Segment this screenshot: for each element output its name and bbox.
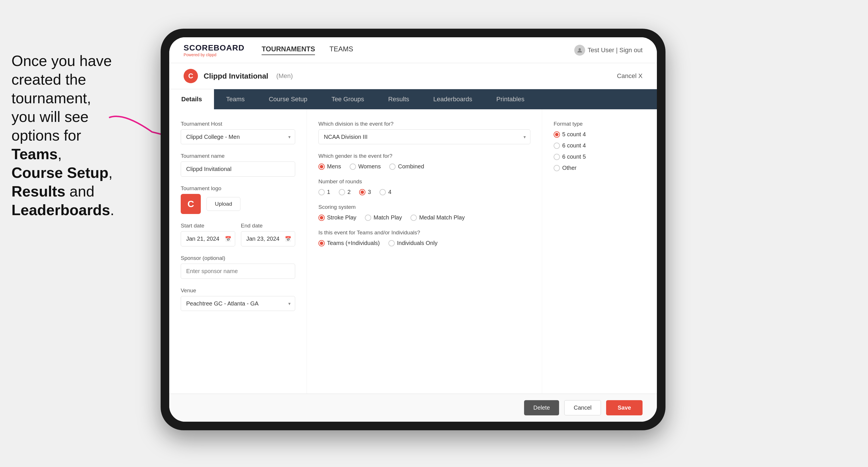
radio-match-circle bbox=[365, 215, 371, 221]
scoring-radio-group: Stroke Play Match Play Medal Match Play bbox=[318, 214, 530, 221]
scoring-group: Scoring system Stroke Play Match Play bbox=[318, 204, 530, 221]
logo-preview: C bbox=[181, 194, 201, 214]
gender-mens-label: Mens bbox=[327, 163, 341, 170]
top-nav: SCOREBOARD Powered by clippd TOURNAMENTS… bbox=[169, 37, 657, 63]
gender-mens[interactable]: Mens bbox=[318, 163, 341, 170]
radio-round3-circle bbox=[359, 189, 366, 195]
round-3-label: 3 bbox=[368, 189, 371, 195]
tournament-host-select[interactable]: Clippd College - Men bbox=[181, 129, 295, 144]
tournament-name-input[interactable] bbox=[181, 161, 295, 177]
radio-5count4-circle bbox=[554, 131, 560, 138]
tab-results[interactable]: Results bbox=[376, 89, 421, 109]
date-row: Start date 📅 End date 📅 bbox=[181, 223, 295, 246]
gender-radio-group: Mens Womens Combined bbox=[318, 163, 530, 170]
sponsor-input[interactable] bbox=[181, 263, 295, 279]
tab-teams[interactable]: Teams bbox=[214, 89, 257, 109]
tab-printables[interactable]: Printables bbox=[484, 89, 536, 109]
radio-6count5-circle bbox=[554, 154, 560, 160]
format-6count5[interactable]: 6 count 5 bbox=[554, 153, 645, 160]
calendar-icon-2: 📅 bbox=[285, 236, 291, 242]
format-5count4[interactable]: 5 count 4 bbox=[554, 131, 645, 138]
svg-point-1 bbox=[579, 48, 581, 51]
tablet-screen: SCOREBOARD Powered by clippd TOURNAMENTS… bbox=[169, 37, 657, 422]
venue-select[interactable]: Peachtree GC - Atlanta - GA bbox=[181, 296, 295, 311]
radio-other-circle bbox=[554, 165, 560, 171]
gender-combined[interactable]: Combined bbox=[389, 163, 424, 170]
scoring-stroke-label: Stroke Play bbox=[327, 214, 356, 221]
scoring-match[interactable]: Match Play bbox=[365, 214, 402, 221]
logo-area: SCOREBOARD Powered by clippd bbox=[184, 43, 244, 57]
main-content: Tournament Host Clippd College - Men ▾ T… bbox=[169, 109, 657, 394]
tab-course-setup[interactable]: Course Setup bbox=[257, 89, 319, 109]
instruction-results: Results bbox=[11, 183, 65, 200]
cancel-footer-button[interactable]: Cancel bbox=[564, 400, 601, 415]
radio-mens-circle bbox=[318, 163, 325, 170]
instruction-leaderboards: Leaderboards bbox=[11, 201, 110, 218]
format-type-group: Format type 5 count 4 6 count 4 6 cou bbox=[554, 121, 645, 171]
scoring-medal-match[interactable]: Medal Match Play bbox=[410, 214, 465, 221]
gender-womens-label: Womens bbox=[358, 163, 381, 170]
scoring-medal-label: Medal Match Play bbox=[419, 214, 465, 221]
instruction-course-setup: Course Setup bbox=[11, 164, 108, 181]
tournament-host-select-wrapper: Clippd College - Men ▾ bbox=[181, 129, 295, 144]
radio-round1-circle bbox=[318, 189, 325, 195]
format-6count4[interactable]: 6 count 4 bbox=[554, 142, 645, 149]
scoring-stroke[interactable]: Stroke Play bbox=[318, 214, 356, 221]
radio-teams-circle bbox=[318, 240, 325, 246]
gender-womens[interactable]: Womens bbox=[350, 163, 381, 170]
radio-medal-circle bbox=[410, 215, 417, 221]
end-date-label: End date bbox=[241, 223, 296, 229]
nav-tournaments[interactable]: TOURNAMENTS bbox=[261, 45, 315, 55]
tournament-logo-label: Tournament logo bbox=[181, 185, 295, 192]
tournament-name-label: Tournament name bbox=[181, 153, 295, 159]
tournament-icon: C bbox=[184, 69, 198, 83]
round-4-label: 4 bbox=[388, 189, 391, 195]
format-radio-group: 5 count 4 6 count 4 6 count 5 Other bbox=[554, 131, 645, 171]
scoring-match-label: Match Play bbox=[373, 214, 402, 221]
teams-plus-label: Teams (+Individuals) bbox=[327, 240, 380, 246]
gender-group: Which gender is the event for? Mens Wome… bbox=[318, 153, 530, 170]
round-3[interactable]: 3 bbox=[359, 189, 371, 195]
venue-select-wrapper: Peachtree GC - Atlanta - GA ▾ bbox=[181, 296, 295, 311]
format-other[interactable]: Other bbox=[554, 165, 645, 171]
instruction-line-3: tournament, bbox=[11, 90, 91, 106]
instruction-line-1: Once you have bbox=[11, 53, 112, 69]
round-1[interactable]: 1 bbox=[318, 189, 330, 195]
radio-individuals-circle bbox=[389, 240, 395, 246]
tab-tee-groups[interactable]: Tee Groups bbox=[319, 89, 376, 109]
tab-leaderboards[interactable]: Leaderboards bbox=[422, 89, 485, 109]
delete-button[interactable]: Delete bbox=[524, 400, 559, 415]
tournament-title-row: C Clippd Invitational (Men) bbox=[184, 69, 293, 83]
dates-group: Start date 📅 End date 📅 bbox=[181, 223, 295, 246]
individuals-only[interactable]: Individuals Only bbox=[389, 240, 437, 246]
rounds-group: Number of rounds 1 2 3 bbox=[318, 179, 530, 195]
radio-round4-circle bbox=[379, 189, 386, 195]
gender-combined-label: Combined bbox=[398, 163, 424, 170]
division-select[interactable]: NCAA Division III bbox=[318, 129, 530, 144]
teams-plus-individuals[interactable]: Teams (+Individuals) bbox=[318, 240, 380, 246]
radio-round2-circle bbox=[339, 189, 345, 195]
tournament-logo-group: Tournament logo C Upload bbox=[181, 185, 295, 214]
round-2[interactable]: 2 bbox=[339, 189, 350, 195]
start-date-wrapper: 📅 bbox=[181, 231, 235, 246]
tab-bar: Details Teams Course Setup Tee Groups Re… bbox=[169, 89, 657, 109]
tournament-name: Clippd Invitational bbox=[204, 72, 268, 81]
col-right: Format type 5 count 4 6 count 4 6 cou bbox=[542, 109, 657, 394]
sponsor-group: Sponsor (optional) bbox=[181, 255, 295, 279]
nav-teams[interactable]: TEAMS bbox=[329, 45, 353, 55]
save-button[interactable]: Save bbox=[606, 400, 643, 415]
radio-womens-circle bbox=[350, 163, 356, 170]
format-6count5-label: 6 count 5 bbox=[562, 153, 586, 160]
tournament-name-group: Tournament name bbox=[181, 153, 295, 177]
upload-button[interactable]: Upload bbox=[207, 197, 240, 211]
division-group: Which division is the event for? NCAA Di… bbox=[318, 121, 530, 144]
instruction-line-2: created the bbox=[11, 71, 86, 88]
format-other-label: Other bbox=[562, 165, 577, 171]
end-date-group: End date 📅 bbox=[241, 223, 296, 246]
end-date-wrapper: 📅 bbox=[241, 231, 296, 246]
round-4[interactable]: 4 bbox=[379, 189, 391, 195]
start-date-label: Start date bbox=[181, 223, 235, 229]
tab-details[interactable]: Details bbox=[169, 89, 214, 109]
user-label[interactable]: Test User | Sign out bbox=[587, 46, 643, 54]
cancel-button[interactable]: Cancel X bbox=[617, 72, 643, 80]
